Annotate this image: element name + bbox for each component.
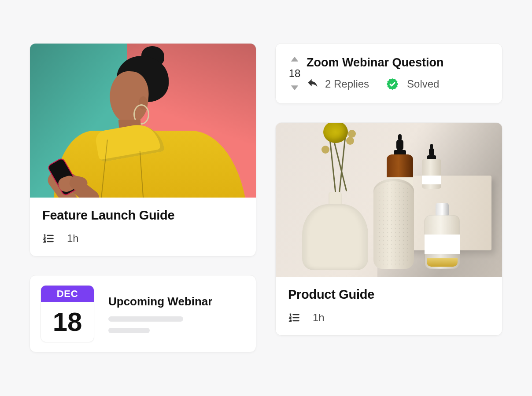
arrow-down-icon bbox=[288, 82, 301, 92]
upvote-button[interactable] bbox=[288, 55, 301, 65]
skeleton-line bbox=[108, 328, 150, 333]
feature-guide-title: Feature Launch Guide bbox=[42, 208, 244, 223]
upcoming-webinar-card[interactable]: DEC 18 Upcoming Webinar bbox=[30, 275, 256, 352]
forum-question-card[interactable]: 18 Zoom Webinar Question 2 Replies bbox=[275, 43, 502, 104]
feature-launch-guide-card[interactable]: Feature Launch Guide 1h bbox=[30, 43, 256, 257]
reply-icon bbox=[307, 77, 319, 92]
forum-reply-count: 2 Replies bbox=[325, 78, 369, 90]
verified-check-icon bbox=[386, 77, 399, 91]
feature-guide-duration: 1h bbox=[67, 232, 79, 245]
downvote-button[interactable] bbox=[288, 82, 301, 92]
arrow-up-icon bbox=[288, 55, 301, 65]
ordered-list-icon bbox=[42, 232, 55, 245]
event-title: Upcoming Webinar bbox=[108, 295, 245, 308]
event-date-tile: DEC 18 bbox=[41, 285, 94, 342]
vote-controls: 18 bbox=[288, 55, 301, 92]
product-guide-card[interactable]: Product Guide 1h bbox=[275, 122, 502, 336]
product-guide-thumbnail bbox=[276, 123, 502, 277]
vote-count: 18 bbox=[289, 67, 301, 80]
feature-guide-thumbnail bbox=[30, 44, 256, 198]
event-day: 18 bbox=[41, 302, 94, 342]
product-guide-duration: 1h bbox=[313, 312, 325, 324]
forum-status: Solved bbox=[407, 78, 439, 90]
forum-title: Zoom Webinar Question bbox=[307, 56, 490, 70]
skeleton-line bbox=[108, 316, 183, 322]
ordered-list-icon bbox=[288, 312, 300, 324]
product-guide-title: Product Guide bbox=[288, 287, 490, 302]
event-month: DEC bbox=[41, 286, 94, 302]
